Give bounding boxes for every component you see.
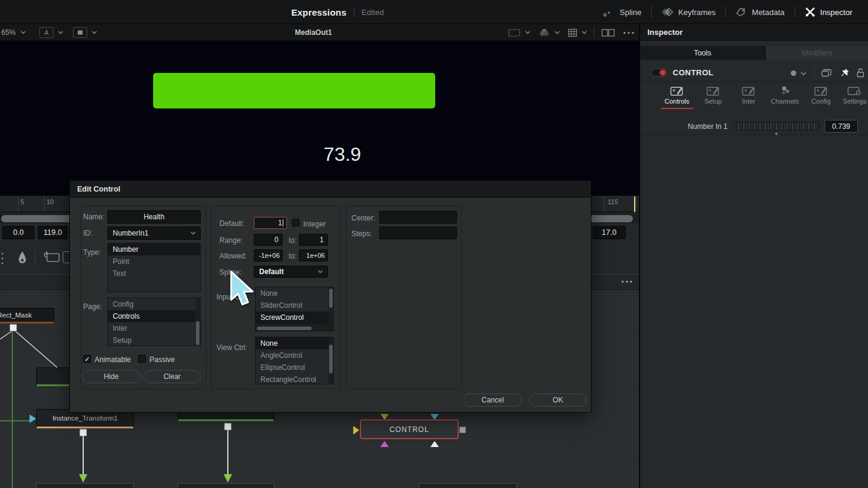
pin-icon[interactable] xyxy=(840,68,849,78)
nav-metadata[interactable]: Metadata xyxy=(726,0,794,24)
subtab-setup[interactable]: Setup xyxy=(696,86,730,105)
zoom-level[interactable]: 65% xyxy=(1,28,16,37)
node-rect-mask[interactable]: Rect_Mask xyxy=(0,308,54,324)
roi-icon[interactable] xyxy=(508,28,521,37)
view-list-scrollbar[interactable] xyxy=(329,337,333,384)
footer-options-icon[interactable] xyxy=(620,277,634,286)
page-item-controls[interactable]: Controls xyxy=(108,310,200,322)
tab-modifiers[interactable]: Modifiers xyxy=(766,46,868,60)
node-control[interactable]: CONTROL xyxy=(360,419,459,439)
metadata-icon xyxy=(735,7,747,17)
input-list-hscrollbar[interactable] xyxy=(255,325,334,331)
zoom-chevron-icon[interactable] xyxy=(20,31,26,34)
passive-checkbox[interactable] xyxy=(138,355,146,363)
subtab-inter[interactable]: Inter xyxy=(732,86,766,105)
input-item-none[interactable]: None xyxy=(256,287,333,299)
clipped-list-icon[interactable] xyxy=(0,251,5,266)
name-field[interactable]: Health xyxy=(107,210,201,224)
ruler-label-115: 115 xyxy=(608,198,618,205)
subtab-config[interactable]: Config xyxy=(804,86,838,105)
dual-viewer-icon[interactable] xyxy=(601,28,615,37)
spline-dropdown[interactable]: Default xyxy=(254,266,328,278)
instance-copy-icon[interactable] xyxy=(42,250,61,266)
lut-icon[interactable] xyxy=(538,28,550,37)
roi-chevron-icon[interactable] xyxy=(525,31,530,34)
tab-tools[interactable]: Tools xyxy=(640,46,766,60)
subtab-controls[interactable]: Controls xyxy=(660,86,694,105)
type-item-number[interactable]: Number xyxy=(108,243,200,255)
range-min-field[interactable]: 0 xyxy=(254,234,283,246)
subtab-channels[interactable]: Channels xyxy=(767,86,802,105)
color-dot-icon[interactable] xyxy=(791,70,796,76)
node-partial-bottom-1[interactable] xyxy=(36,483,134,488)
dialog-titlebar[interactable]: Edit Control xyxy=(70,181,591,198)
page-item-config[interactable]: Config xyxy=(108,298,200,310)
grid-chevron-icon[interactable] xyxy=(582,31,587,34)
allowed-max-field[interactable]: 1e+06 xyxy=(299,249,328,261)
page-item-inter[interactable]: Inter xyxy=(108,322,200,334)
subtab-settings[interactable]: Settings xyxy=(840,86,868,105)
ok-button[interactable]: OK xyxy=(529,393,587,407)
clear-button[interactable]: Clear xyxy=(143,370,201,383)
view-ctrl-list[interactable]: None AngleControl EllipseControl Rectang… xyxy=(255,337,334,384)
node-chevron-icon[interactable] xyxy=(800,72,807,75)
range-start-field[interactable]: 0.0 xyxy=(2,226,34,239)
color-drop-icon[interactable] xyxy=(17,250,28,266)
fit-mode-button[interactable] xyxy=(73,27,87,38)
nav-keyframes[interactable]: Keyframes xyxy=(652,0,725,24)
view-item-ellipsecontrol[interactable]: EllipseControl xyxy=(256,361,333,374)
page-item-setup[interactable]: Setup xyxy=(108,334,200,346)
fit-chevron-icon[interactable] xyxy=(92,31,97,34)
cancel-button[interactable]: Cancel xyxy=(464,393,522,407)
versions-icon[interactable] xyxy=(821,69,832,77)
name-label: Name: xyxy=(83,213,104,221)
integer-checkbox[interactable] xyxy=(292,219,300,227)
inspector-header: Inspector xyxy=(640,24,868,41)
number-in-1-value[interactable]: 0.739 xyxy=(825,120,858,133)
animatable-checkbox[interactable]: ✓ xyxy=(83,355,91,363)
range-max-field[interactable]: 1 xyxy=(299,234,328,246)
playhead[interactable] xyxy=(634,196,635,212)
page-list[interactable]: Config Controls Inter Setup xyxy=(107,298,201,346)
channel-a-button[interactable]: A xyxy=(39,27,54,38)
id-dropdown[interactable]: NumberIn1 xyxy=(107,227,201,240)
steps-field[interactable] xyxy=(379,227,457,239)
nav-inspector[interactable]: Inspector xyxy=(795,0,862,24)
page-list-scrollbar[interactable] xyxy=(195,298,200,345)
type-item-point[interactable]: Point xyxy=(108,255,200,267)
node-partial-bottom-2[interactable] xyxy=(178,483,274,488)
node-partial-bottom-3[interactable] xyxy=(419,483,517,488)
view-item-none[interactable]: None xyxy=(256,337,333,349)
grid-icon[interactable] xyxy=(568,28,577,37)
type-item-text[interactable]: Text xyxy=(108,267,200,280)
lut-chevron-icon[interactable] xyxy=(555,31,560,34)
fusion-window: Expressions Edited Spline Keyframes xyxy=(0,0,868,488)
composition-title: Expressions xyxy=(291,7,346,17)
svg-text:A: A xyxy=(45,30,49,36)
allowed-label: Allowed: xyxy=(219,252,247,260)
text-caret xyxy=(283,219,283,227)
view-item-rectanglecontrol[interactable]: RectangleControl xyxy=(256,374,333,384)
allowed-min-field[interactable]: -1e+06 xyxy=(254,249,283,261)
viewer-canvas[interactable]: 73.9 xyxy=(0,41,639,196)
param-label: Number In 1 xyxy=(640,122,728,131)
current-frame-field[interactable]: 17.0 xyxy=(593,226,626,239)
input-item-screwcontrol[interactable]: ScrewControl xyxy=(256,311,333,324)
center-field[interactable] xyxy=(379,211,457,224)
number-in-1-thumbwheel[interactable] xyxy=(735,122,819,131)
ruler-label-5: 5 xyxy=(20,198,24,205)
range-end-field[interactable]: 119.0 xyxy=(38,226,68,239)
view-item-anglecontrol[interactable]: AngleControl xyxy=(256,349,333,361)
hide-button[interactable]: Hide xyxy=(82,370,140,383)
type-list[interactable]: Number Point Text xyxy=(107,243,201,292)
input-item-slidercontrol[interactable]: SliderControl xyxy=(256,299,333,311)
input-list-scrollbar[interactable] xyxy=(329,287,333,324)
viewer-options-icon[interactable] xyxy=(622,28,635,37)
input-ctrl-list[interactable]: None SliderControl ScrewControl xyxy=(255,287,334,324)
default-field[interactable]: 1 xyxy=(254,217,287,229)
nav-spline[interactable]: Spline xyxy=(594,0,651,24)
node-control-label: CONTROL xyxy=(389,425,429,434)
node-enable-toggle[interactable] xyxy=(651,69,667,77)
lock-icon[interactable] xyxy=(856,68,865,78)
channel-chevron-icon[interactable] xyxy=(58,31,63,34)
